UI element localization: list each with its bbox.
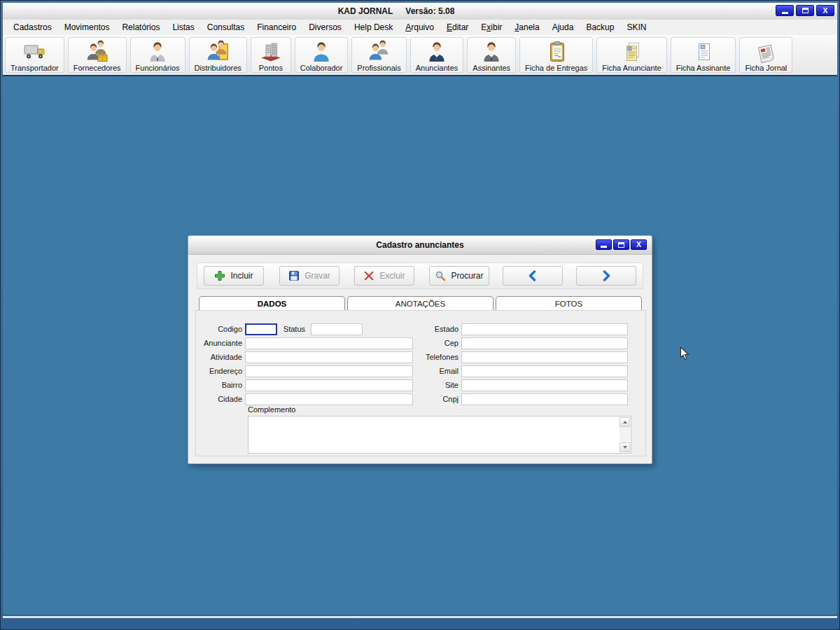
cep-label: Cep bbox=[405, 339, 461, 347]
codigo-label: Codigo bbox=[196, 325, 245, 333]
toolbar-button-label: Ficha Jornal bbox=[745, 64, 787, 72]
toolbar-button-anunciantes[interactable]: Anunciantes bbox=[410, 37, 464, 73]
dialog-window-controls: X bbox=[596, 239, 647, 250]
cidade-label: Cidade bbox=[196, 395, 245, 403]
close-icon: X bbox=[636, 241, 641, 248]
dialog-cadastro-anunciantes: Cadastro anunciantes X IncluirGravarExcl… bbox=[188, 235, 652, 464]
email-field[interactable] bbox=[461, 365, 628, 377]
search-icon bbox=[435, 270, 446, 281]
toolbar-button-profissionais[interactable]: Profissionais bbox=[351, 37, 406, 73]
maximize-button[interactable] bbox=[796, 5, 814, 16]
app-window: KAD JORNAL Versão: 5.08 X CadastrosMovim… bbox=[0, 0, 840, 630]
scroll-up-icon[interactable] bbox=[620, 417, 630, 427]
close-button[interactable]: X bbox=[816, 5, 834, 16]
toolbar-button-distribuidores[interactable]: Distribuidores bbox=[189, 37, 247, 73]
complemento-textarea[interactable] bbox=[248, 416, 631, 454]
menu-item-skin[interactable]: SKIN bbox=[620, 20, 652, 34]
toolbar-button-funcionarios[interactable]: Funcionários bbox=[130, 37, 186, 73]
anunciante-field[interactable] bbox=[245, 337, 413, 349]
menu-item-consultas[interactable]: Consultas bbox=[201, 20, 251, 34]
codigo-field[interactable] bbox=[245, 323, 277, 335]
tab-fotos[interactable]: FOTOS bbox=[496, 296, 642, 310]
form-row: Estado bbox=[405, 323, 631, 335]
form-row: Cidade bbox=[196, 393, 416, 405]
dialog-minimize-button[interactable] bbox=[596, 239, 612, 250]
toolbar-button-label: Pontos bbox=[259, 64, 283, 72]
toolbar-button-ficha-de-entregas[interactable]: Ficha de Entregas bbox=[519, 37, 593, 73]
toolbar-button-label: Transportador bbox=[10, 64, 59, 72]
toolbar-button-colaborador[interactable]: Colaborador bbox=[295, 37, 349, 73]
collaborator-person-icon bbox=[309, 40, 333, 64]
tab-anotacoes[interactable]: ANOTAÇÕES bbox=[347, 296, 493, 310]
menu-item-editar[interactable]: Editar bbox=[440, 20, 475, 34]
subscriber-person-icon bbox=[479, 40, 503, 64]
plus-icon bbox=[214, 270, 225, 281]
menu-item-exibir[interactable]: Exibir bbox=[475, 20, 508, 34]
toolbar-button-label: Ficha Anunciante bbox=[602, 64, 661, 72]
app-titlebar: KAD JORNAL Versão: 5.08 bbox=[3, 3, 837, 20]
toolbar-button-assinantes[interactable]: Assinantes bbox=[467, 37, 516, 73]
telefones-field[interactable] bbox=[461, 351, 628, 363]
scroll-down-icon[interactable] bbox=[620, 442, 630, 452]
chevron-right-icon bbox=[601, 270, 612, 281]
menu-item-movimentos[interactable]: Movimentos bbox=[58, 20, 116, 34]
dialog-close-button[interactable]: X bbox=[631, 239, 647, 250]
toolbar-button-label: Colaborador bbox=[300, 64, 343, 72]
procurar-button[interactable]: Procurar bbox=[429, 266, 489, 286]
menu-item-backup[interactable]: Backup bbox=[580, 20, 620, 34]
menu-item-relatorios[interactable]: Relatórios bbox=[115, 20, 166, 34]
menu-bar: CadastrosMovimentosRelatóriosListasConsu… bbox=[3, 20, 837, 35]
status-select[interactable] bbox=[311, 323, 363, 335]
dialog-toolbar: IncluirGravarExcluirProcurar bbox=[197, 262, 643, 289]
toolbar-button-fornecedores[interactable]: Fornecedores bbox=[68, 37, 127, 73]
newspaper-icon bbox=[754, 40, 778, 64]
dialog-titlebar[interactable]: Cadastro anunciantes bbox=[188, 236, 652, 255]
menu-item-diversos[interactable]: Diversos bbox=[302, 20, 348, 34]
endereco-field[interactable] bbox=[245, 365, 413, 377]
site-field[interactable] bbox=[461, 379, 628, 391]
menu-item-cadastros[interactable]: Cadastros bbox=[7, 20, 58, 34]
email-label: Email bbox=[405, 367, 461, 375]
atividade-field[interactable] bbox=[245, 351, 413, 363]
cnpj-field[interactable] bbox=[461, 393, 628, 405]
dialog-tab-content: Complemento CodigoStatusAnuncianteAtivid… bbox=[195, 310, 646, 456]
atividade-label: Atividade bbox=[196, 353, 245, 361]
minimize-button[interactable] bbox=[776, 5, 794, 16]
complemento-scrollbar[interactable] bbox=[620, 417, 630, 452]
gravar-button: Gravar bbox=[279, 266, 340, 286]
menu-item-janela[interactable]: Janela bbox=[508, 20, 545, 34]
menu-item-financeiro[interactable]: Financeiro bbox=[251, 20, 302, 34]
suppliers-people-icon bbox=[85, 40, 109, 64]
cnpj-label: Cnpj bbox=[405, 395, 461, 403]
toolbar-button-ficha-anunciante[interactable]: Ficha Anunciante bbox=[596, 37, 666, 73]
toolbar-button-transportador[interactable]: Transportador bbox=[5, 37, 64, 73]
professionals-people-icon bbox=[368, 40, 391, 64]
menu-item-help-desk[interactable]: Help Desk bbox=[348, 20, 399, 34]
toolbar-button-pontos[interactable]: Pontos bbox=[251, 37, 291, 73]
bairro-field[interactable] bbox=[245, 379, 413, 391]
clipboard-icon bbox=[545, 40, 568, 64]
toolbar-button-ficha-jornal[interactable]: Ficha Jornal bbox=[739, 37, 792, 73]
close-icon: X bbox=[822, 7, 827, 15]
incluir-button[interactable]: Incluir bbox=[204, 266, 264, 286]
button-label: Excluir bbox=[379, 271, 405, 281]
previous-record-button[interactable] bbox=[503, 266, 563, 286]
toolbar-button-label: Ficha Assinante bbox=[676, 64, 731, 72]
toolbar-button-ficha-assinante[interactable]: Ficha Assinante bbox=[671, 37, 736, 73]
cidade-field[interactable] bbox=[245, 393, 413, 405]
form-row: Cep bbox=[405, 337, 631, 349]
menu-item-listas[interactable]: Listas bbox=[166, 20, 200, 34]
estado-field[interactable] bbox=[461, 323, 628, 335]
menu-item-ajuda[interactable]: Ajuda bbox=[546, 20, 580, 34]
building-icon bbox=[259, 40, 283, 64]
toolbar-button-label: Anunciantes bbox=[416, 64, 458, 72]
next-record-button[interactable] bbox=[576, 266, 636, 286]
cep-field[interactable] bbox=[461, 337, 628, 349]
button-label: Incluir bbox=[230, 271, 253, 281]
tab-dados[interactable]: DADOS bbox=[199, 296, 345, 310]
save-icon bbox=[288, 270, 300, 281]
dialog-maximize-button[interactable] bbox=[613, 239, 629, 250]
menu-item-arquivo[interactable]: Arquivo bbox=[399, 20, 440, 34]
window-controls: X bbox=[776, 5, 834, 16]
telefones-label: Telefones bbox=[405, 353, 461, 361]
